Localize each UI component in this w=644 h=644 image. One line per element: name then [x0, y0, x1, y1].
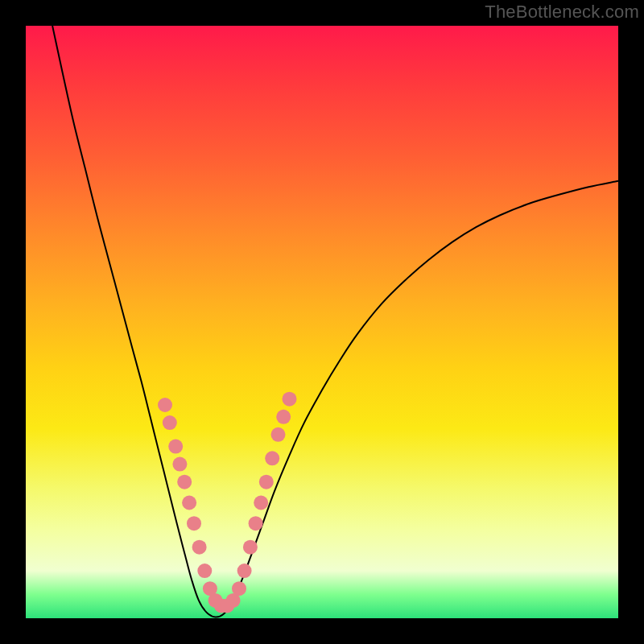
marker-point — [254, 496, 268, 510]
marker-point — [271, 427, 286, 442]
plot-area — [26, 26, 618, 618]
marker-point — [283, 392, 297, 407]
marker-point — [259, 475, 274, 489]
marker-point — [177, 475, 192, 489]
marker-point — [243, 540, 258, 555]
marker-point — [232, 581, 246, 596]
curve-layer — [26, 26, 618, 618]
marker-point — [168, 440, 183, 454]
bottleneck-curve — [52, 26, 618, 617]
marker-point — [182, 496, 196, 510]
marker-point — [197, 564, 212, 578]
chart-frame: TheBottleneck.com — [0, 0, 644, 644]
marker-point — [249, 516, 263, 530]
watermark-text: TheBottleneck.com — [485, 2, 639, 23]
marker-point — [265, 451, 279, 465]
marker-point — [192, 540, 207, 555]
marker-point — [163, 415, 177, 430]
marker-point — [172, 457, 187, 472]
marker-point — [158, 398, 172, 412]
marker-group — [158, 392, 297, 613]
marker-point — [187, 516, 201, 530]
marker-point — [237, 564, 252, 578]
marker-point — [276, 410, 291, 424]
